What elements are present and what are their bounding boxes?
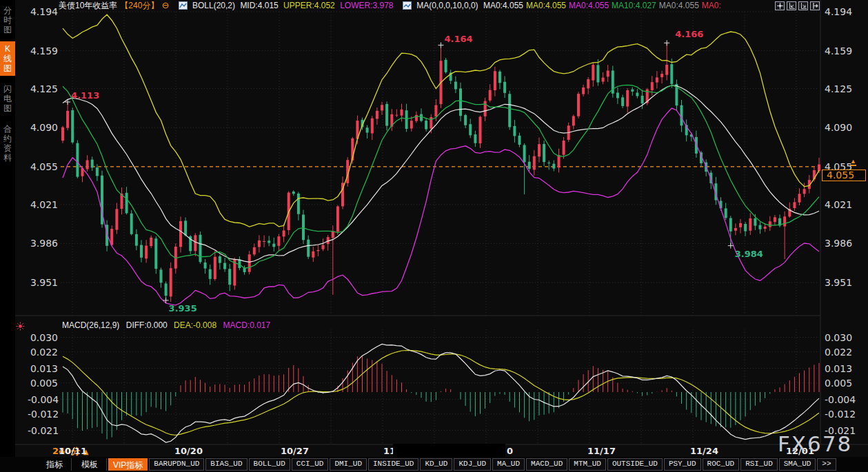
boll-lower: LOWER:3.978: [340, 1, 393, 10]
watermark: FX678: [778, 431, 852, 456]
tab-KDJ_UD[interactable]: KDJ_UD: [454, 458, 491, 471]
tab-DMI_UD[interactable]: DMI_UD: [330, 458, 367, 471]
axis-tick: -0.012: [28, 409, 58, 420]
chart-toolbar: [775, 1, 820, 10]
axis-tick: 4.055: [28, 161, 58, 172]
axis-tick: 4.021: [28, 199, 58, 210]
period-tag: 【240分】: [120, 1, 159, 10]
redaction-box: [393, 444, 505, 458]
date-label: 10/27: [281, 446, 309, 456]
macd-header: MACD(26,12,9) DIFF:0.000 DEA:-0.008 MACD…: [62, 320, 274, 330]
tab-MACD_UD[interactable]: MACD_UD: [526, 458, 567, 471]
pan-icon[interactable]: [775, 1, 785, 10]
macd-histogram: [63, 356, 819, 439]
axis-tick: 4.125: [825, 83, 852, 94]
boll-upper: UPPER:4.052: [283, 1, 335, 10]
axis-tick: 3.951: [825, 277, 852, 288]
macd-name: MACD(26,12,9): [62, 320, 119, 330]
sidebar-item-K线图[interactable]: K线图: [0, 41, 15, 76]
macd-diff-line: [63, 344, 819, 442]
date-label: 0: [507, 446, 513, 456]
date-label: 10/20: [174, 446, 203, 456]
axis-tick: 0.022: [28, 347, 58, 358]
chart-canvas[interactable]: 4.1133.9354.1644.1663.984: [0, 0, 868, 472]
macd-dea-line: [63, 351, 819, 435]
axis-tick: 0.005: [825, 378, 852, 389]
axis-tick: 0.030: [28, 332, 58, 343]
candles: [61, 43, 820, 302]
red-dot-icon: [16, 321, 25, 334]
svg-text:4.166: 4.166: [675, 29, 703, 39]
axis-tick: 0.022: [825, 347, 852, 358]
tab->>[interactable]: >>: [817, 458, 836, 471]
tab-模板[interactable]: 模板: [73, 458, 107, 471]
macd-macd-value: MACD:0.017: [223, 320, 270, 330]
ma-values: MA0:4.055MA0:4.055MA0:4.055MA10:4.027MA0…: [483, 1, 724, 10]
axis-tick: 3.951: [28, 277, 58, 288]
x-axis-row: 240分 ▲ 10/1110/2010/2711011/1711/2412/01: [0, 445, 868, 457]
axis-tick: 4.194: [825, 6, 852, 17]
sidebar-item-合约资料[interactable]: 合约资料: [0, 121, 15, 165]
sidebar-item-分时图[interactable]: 分时图: [0, 3, 15, 37]
ma-value: MA0:: [702, 1, 721, 10]
svg-text:3.935: 3.935: [169, 303, 197, 314]
scale-axis-left-icon[interactable]: [787, 1, 796, 10]
boll-mid: MID:4.015: [240, 1, 278, 10]
axis-tick: -0.021: [28, 425, 58, 436]
axis-tick: 0.013: [825, 363, 852, 374]
tab-指标[interactable]: 指标: [38, 458, 72, 471]
tab-VIP指标[interactable]: VIP指标: [108, 458, 148, 471]
axis-tick: 4.090: [825, 122, 852, 133]
boll-lower-line: [63, 108, 819, 305]
ma-name: MA(0,0,0,10,0,0): [416, 1, 478, 10]
scale-axis-right-icon[interactable]: [798, 1, 808, 10]
current-price-tag: 4.055: [822, 170, 866, 181]
tab-MA_UD[interactable]: MA_UD: [492, 458, 525, 471]
sidebar: 分时图K线图闪电图合约资料: [0, 0, 15, 472]
ma-value: MA0:4.055: [483, 1, 523, 10]
tab-PSY_UD[interactable]: PSY_UD: [664, 458, 701, 471]
axis-tick: 4.125: [28, 83, 58, 94]
svg-text:4.164: 4.164: [445, 34, 473, 44]
axis-tick: -0.012: [825, 409, 856, 420]
date-label: 10/11: [59, 446, 87, 456]
shift-right-icon[interactable]: [810, 1, 820, 10]
axis-tick: 4.090: [28, 122, 58, 133]
tab-BARUPDN_UD[interactable]: BARUPDN_UD: [149, 458, 204, 471]
ma-value: MA0:4.055: [526, 1, 566, 10]
svg-text:3.984: 3.984: [735, 249, 763, 259]
tab-MTM_UD[interactable]: MTM_UD: [569, 458, 606, 471]
ma10-line: [63, 85, 819, 268]
chart-header: 美债10年收益率【240分】⊖ BOLL(20,2) MID:4.015 UPP…: [59, 0, 727, 11]
date-label: 11/17: [587, 446, 616, 456]
bottom-tab-bar: 指标模板VIP指标BARUPDN_UDBIAS_UDBOLL_UDCCI_UDD…: [0, 457, 868, 472]
date-label: 11/24: [690, 446, 718, 456]
boll-indicator-icon: [179, 1, 188, 12]
tab-OUTSIDE_UD[interactable]: OUTSIDE_UD: [607, 458, 663, 471]
macd-diff-value: DIFF:0.000: [126, 320, 168, 330]
axis-tick: 4.159: [825, 45, 852, 57]
axis-tick: 4.021: [825, 199, 852, 210]
tab-BIAS_UD[interactable]: BIAS_UD: [205, 458, 247, 471]
tab-BOLL_UD[interactable]: BOLL_UD: [249, 458, 290, 471]
price-marker-icon: ▲: [850, 158, 856, 166]
collapse-icon[interactable]: ⊖: [161, 0, 169, 10]
tab-ROC_UD[interactable]: ROC_UD: [703, 458, 740, 471]
axis-tick: 0.030: [825, 332, 852, 343]
ma-value: MA0:4.055: [569, 1, 609, 10]
sidebar-item-闪电图[interactable]: 闪电图: [0, 81, 15, 116]
tab-RSI_UD[interactable]: RSI_UD: [740, 458, 778, 471]
tab-SMA_UD[interactable]: SMA_UD: [779, 458, 816, 471]
boll-name: BOLL(20,2): [192, 1, 235, 10]
axis-tick: 4.159: [28, 45, 58, 57]
ma-value: MA0:4.055: [659, 1, 699, 10]
instrument-title: 美债10年收益率: [59, 1, 117, 10]
tab-KD_UD[interactable]: KD_UD: [420, 458, 452, 471]
svg-text:4.113: 4.113: [71, 90, 99, 101]
axis-tick: 4.194: [28, 6, 58, 17]
axis-tick: -0.004: [825, 394, 856, 405]
macd-dea-value: DEA:-0.008: [174, 320, 216, 330]
tab-CCI_UD[interactable]: CCI_UD: [292, 458, 329, 471]
axis-tick: -0.004: [28, 394, 58, 405]
tab-INSIDE_UD[interactable]: INSIDE_UD: [368, 458, 418, 471]
